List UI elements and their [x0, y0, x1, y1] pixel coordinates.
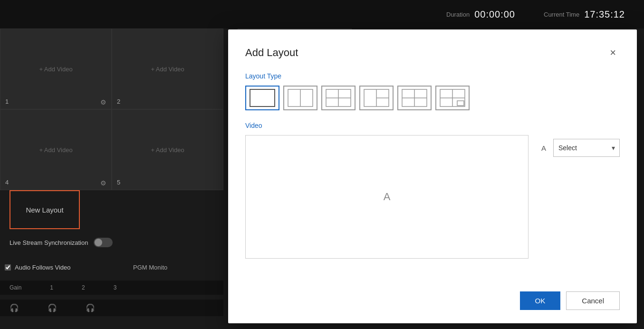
- add-layout-modal: Add Layout × Layout Type: [228, 29, 637, 323]
- layout-types-row: [245, 86, 620, 110]
- cell-number-5: 5: [117, 179, 120, 186]
- video-grid: + Add Video 1 ⚙ + Add Video 2 + Add Vide…: [0, 29, 223, 190]
- new-layout-label: New Layout: [26, 206, 63, 214]
- headphone-icon-3: 🎧: [86, 303, 95, 312]
- cell-number-2: 2: [117, 98, 120, 105]
- gain-row-bottom: 🎧 🎧 🎧: [0, 300, 223, 316]
- ok-button[interactable]: OK: [520, 291, 561, 310]
- cancel-button[interactable]: Cancel: [566, 291, 620, 310]
- audio-follows-video-label: Audio Follows Video: [15, 264, 71, 271]
- duration-value: 00:00:00: [474, 9, 515, 20]
- video-label: Video: [245, 122, 620, 129]
- duration-display: Duration 00:00:00: [446, 9, 515, 20]
- gain-channel-2: 2: [82, 284, 85, 291]
- svg-rect-15: [457, 101, 464, 106]
- add-video-label-4: + Add Video: [39, 146, 72, 154]
- new-layout-button[interactable]: New Layout: [10, 190, 80, 229]
- layout-type-single[interactable]: [245, 86, 279, 110]
- modal-header: Add Layout ×: [245, 45, 620, 61]
- add-video-label-2: + Add Video: [151, 66, 184, 73]
- selector-dropdown-wrapper: Select ▾: [553, 139, 620, 157]
- audio-follows-video-row: Audio Follows Video: [5, 264, 71, 271]
- selector-letter-a: A: [540, 144, 548, 152]
- gear-icon-4[interactable]: ⚙: [100, 179, 106, 187]
- layout-type-split2v[interactable]: [283, 86, 317, 110]
- video-cell-1: + Add Video 1 ⚙: [0, 29, 112, 109]
- top-bar: Duration 00:00:00 Current Time 17:35:12: [0, 0, 644, 29]
- layout-type-label: Layout Type: [245, 72, 620, 80]
- video-preview-letter: A: [384, 191, 391, 203]
- video-preview: A: [245, 135, 529, 259]
- layout-type-split4[interactable]: [397, 86, 432, 110]
- layout-type-split4pip[interactable]: [435, 86, 470, 110]
- headphone-icon-1: 🎧: [10, 303, 19, 312]
- audio-follows-video-checkbox[interactable]: [5, 264, 11, 271]
- video-section-content: A A Select ▾: [245, 135, 620, 259]
- headphone-icon-2: 🎧: [48, 303, 57, 312]
- video-selectors: A Select ▾: [540, 135, 620, 157]
- pgm-monitor-label: PGM Monito: [133, 264, 167, 271]
- gain-channel-3: 3: [114, 284, 117, 291]
- gain-channel-1: 1: [50, 284, 53, 291]
- gear-icon-1[interactable]: ⚙: [100, 98, 106, 106]
- layout-type-split3[interactable]: [359, 86, 394, 110]
- add-video-label-5: + Add Video: [151, 146, 184, 154]
- video-cell-5: + Add Video 5: [112, 109, 223, 190]
- live-stream-label: Live Stream Synchronization: [10, 239, 88, 246]
- gain-row: Gain 1 2 3: [0, 281, 223, 295]
- layout-type-split2h[interactable]: [321, 86, 356, 110]
- video-cell-2: + Add Video 2: [112, 29, 223, 109]
- svg-rect-0: [250, 89, 275, 106]
- modal-title: Add Layout: [245, 47, 298, 59]
- current-time-label: Current Time: [544, 11, 579, 18]
- live-stream-toggle[interactable]: [94, 238, 113, 247]
- modal-close-button[interactable]: ×: [606, 45, 620, 61]
- current-time-value: 17:35:12: [584, 9, 625, 20]
- add-video-label-1: + Add Video: [39, 66, 72, 73]
- video-selector-row-a: A Select ▾: [540, 139, 620, 157]
- live-stream-row: Live Stream Synchronization: [10, 238, 113, 247]
- current-time-display: Current Time 17:35:12: [544, 9, 625, 20]
- video-cell-4: + Add Video 4 ⚙: [0, 109, 112, 190]
- video-section: Video A A Select ▾: [245, 122, 620, 259]
- duration-label: Duration: [446, 11, 470, 18]
- video-selector-dropdown[interactable]: Select: [553, 139, 620, 157]
- gain-label: Gain: [10, 284, 21, 291]
- layout-type-section: Layout Type: [245, 72, 620, 110]
- modal-footer: OK Cancel: [520, 291, 620, 310]
- cell-number-4: 4: [5, 179, 9, 186]
- cell-number-1: 1: [5, 98, 9, 105]
